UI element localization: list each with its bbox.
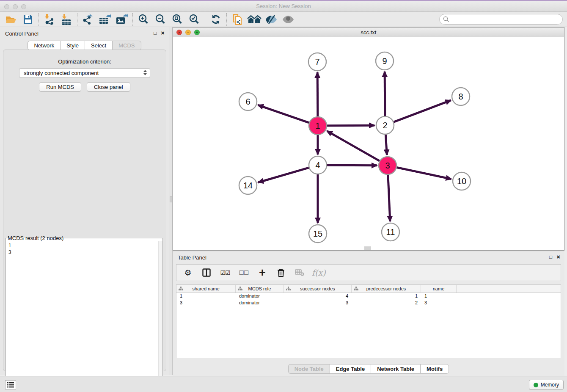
export-network-button[interactable] (80, 13, 96, 26)
memory-button[interactable]: Memory (529, 380, 564, 390)
graph-node-label: 1 (315, 121, 320, 130)
export-image-icon (116, 14, 128, 25)
list-icon (7, 382, 14, 388)
vertical-splitter[interactable] (169, 27, 173, 375)
import-network-button[interactable] (41, 13, 58, 26)
network-canvas[interactable]: 7968124314101511 (173, 37, 564, 250)
function-builder-icon[interactable]: f(x) (312, 268, 326, 277)
graph-edge-2-3[interactable] (385, 135, 387, 155)
tab-mcds[interactable]: MCDS (112, 41, 141, 50)
tab-network[interactable]: Network (28, 41, 60, 50)
tab-network-table[interactable]: Network Table (371, 364, 420, 374)
table-cell[interactable]: 4 (284, 293, 352, 300)
control-panel-title: Control Panel (5, 30, 39, 37)
zoom-fit-icon (171, 14, 183, 25)
result-scrollbar[interactable] (158, 241, 162, 392)
col-shared-name[interactable]: shared name (176, 285, 236, 293)
table-cell[interactable]: 2 (352, 300, 421, 306)
table-cell[interactable] (457, 300, 561, 306)
mcds-panel: Optimization criterion: strongly connect… (3, 50, 166, 371)
status-bar: Memory (0, 376, 567, 392)
splitter-grip[interactable] (170, 196, 172, 202)
open-session-icon (5, 14, 17, 25)
open-session-button[interactable] (3, 13, 19, 26)
mcds-result-text[interactable]: 13 (6, 241, 162, 392)
hide-selected-button[interactable] (263, 13, 280, 26)
delete-icon[interactable] (275, 266, 287, 279)
col-predecessor-nodes[interactable]: predecessor nodes (352, 285, 421, 293)
tab-style[interactable]: Style (60, 41, 85, 50)
refresh-button[interactable] (207, 13, 224, 26)
table-row[interactable]: 3dominator323 (176, 300, 561, 306)
table-cell[interactable]: dominator (236, 293, 284, 300)
graph-edge-3-11[interactable] (388, 175, 390, 221)
close-table-panel-icon[interactable]: × (556, 254, 560, 260)
graph-edge-4-3[interactable] (327, 165, 377, 166)
search-input[interactable] (439, 14, 563, 25)
float-table-panel-icon[interactable]: □ (549, 254, 552, 260)
table-cell[interactable]: 1 (421, 293, 457, 300)
canvas-resize-grip[interactable] (364, 246, 371, 250)
close-panel-button[interactable]: Close panel (87, 82, 130, 92)
table-cell[interactable]: 3 (284, 300, 352, 306)
col-name[interactable]: name (421, 285, 457, 293)
delete-table-icon[interactable] (293, 266, 306, 279)
memory-label: Memory (541, 382, 559, 388)
split-view-icon[interactable] (200, 266, 213, 279)
export-image-button[interactable] (113, 13, 130, 26)
table-cell[interactable]: 3 (176, 300, 236, 306)
clone-network-button[interactable] (229, 13, 246, 26)
graph-edge-1-6[interactable] (258, 105, 309, 123)
export-table-button[interactable] (96, 13, 113, 26)
task-history-button[interactable] (5, 380, 16, 389)
float-panel-icon[interactable]: □ (154, 30, 157, 36)
import-table-button[interactable] (58, 13, 75, 26)
zoom-selected-button[interactable] (186, 13, 203, 26)
graph-edge-2-8[interactable] (394, 100, 451, 122)
table-cell[interactable]: dominator (236, 300, 284, 306)
graph-edge-3-1[interactable] (327, 131, 380, 161)
graph-edge-2-9[interactable] (385, 72, 385, 116)
show-all-button[interactable] (280, 13, 297, 26)
select-all-icon[interactable]: ☑☑ (219, 266, 231, 279)
zoom-in-icon (138, 14, 149, 25)
close-panel-icon[interactable]: × (161, 30, 165, 36)
graph-edge-4-14[interactable] (258, 168, 309, 182)
tab-motifs[interactable]: Motifs (420, 364, 449, 374)
zoom-in-button[interactable] (135, 13, 152, 26)
table-cell[interactable] (457, 293, 561, 300)
run-mcds-button[interactable]: Run MCDS (39, 82, 81, 92)
table-cell[interactable]: 1 (352, 293, 421, 300)
graph-edge-1-2[interactable] (327, 125, 374, 126)
memory-status-icon (534, 383, 538, 387)
graph-edge-1-7[interactable] (317, 72, 318, 116)
zoom-fit-button[interactable] (169, 13, 186, 26)
graph-node-label: 8 (458, 92, 463, 101)
criterion-dropdown[interactable]: strongly connected component (19, 68, 150, 78)
col-successor-nodes[interactable]: successor nodes (284, 285, 352, 293)
tab-select[interactable]: Select (85, 41, 112, 50)
home-button[interactable] (246, 13, 263, 26)
table-row[interactable]: 1dominator411 (176, 293, 561, 300)
col-filler (457, 285, 561, 293)
col-mcds-role[interactable]: MCDS role (236, 285, 284, 293)
refresh-icon (210, 14, 221, 25)
add-column-icon[interactable]: + (256, 266, 269, 279)
gear-icon[interactable]: ⚙ (182, 266, 194, 279)
save-session-button[interactable] (19, 13, 36, 26)
network-graph[interactable]: 7968124314101511 (173, 37, 564, 250)
clone-network-icon (232, 14, 243, 25)
table-header: shared name MCDS role successor nodes pr… (176, 285, 561, 293)
titlebar: Session: New Session (0, 1, 567, 12)
table-cell[interactable]: 1 (176, 293, 236, 300)
network-window-titlebar[interactable]: × − + scc.txt (173, 28, 564, 37)
tab-edge-table[interactable]: Edge Table (330, 364, 371, 374)
zoom-out-button[interactable] (152, 13, 169, 26)
graph-node-label: 4 (315, 160, 320, 170)
tab-node-table[interactable]: Node Table (288, 364, 330, 374)
table-cell[interactable]: 3 (421, 300, 457, 306)
graph-edge-3-10[interactable] (397, 168, 451, 179)
criterion-value: strongly connected component (24, 70, 99, 76)
deselect-all-icon[interactable]: ☐☐ (237, 266, 250, 279)
toolbar-separator (132, 13, 133, 26)
